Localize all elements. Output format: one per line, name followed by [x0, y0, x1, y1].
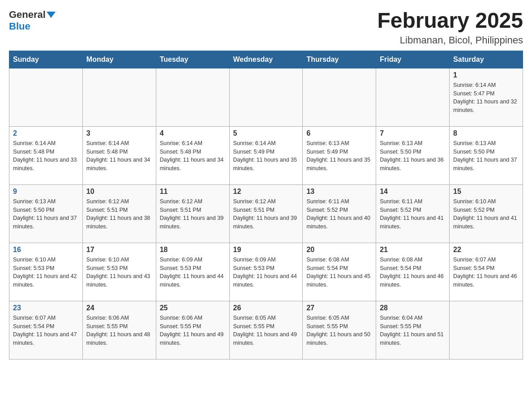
calendar-table: SundayMondayTuesdayWednesdayThursdayFrid… [9, 51, 523, 360]
calendar-cell [303, 68, 376, 126]
column-header-tuesday: Tuesday [156, 51, 229, 68]
day-number: 22 [453, 246, 519, 254]
day-number: 18 [160, 246, 226, 254]
column-header-wednesday: Wednesday [229, 51, 303, 68]
day-info: Sunrise: 6:14 AM Sunset: 5:49 PM Dayligh… [233, 139, 299, 173]
day-number: 10 [86, 188, 152, 196]
day-number: 19 [233, 246, 299, 254]
day-info: Sunrise: 6:05 AM Sunset: 5:55 PM Dayligh… [306, 314, 372, 347]
column-header-sunday: Sunday [9, 51, 83, 68]
calendar-cell: 9Sunrise: 6:13 AM Sunset: 5:50 PM Daylig… [9, 184, 83, 243]
calendar-week-5: 23Sunrise: 6:07 AM Sunset: 5:54 PM Dayli… [9, 301, 523, 359]
day-number: 9 [13, 188, 79, 196]
day-number: 12 [233, 188, 299, 196]
title-block: February 2025 Libmanan, Bicol, Philippin… [377, 9, 523, 46]
day-number: 13 [306, 188, 372, 196]
logo-triangle-icon [47, 12, 56, 18]
day-number: 3 [86, 129, 152, 137]
day-number: 17 [86, 246, 152, 254]
day-number: 1 [453, 71, 519, 79]
calendar-cell [229, 68, 303, 126]
day-info: Sunrise: 6:12 AM Sunset: 5:51 PM Dayligh… [233, 197, 299, 231]
day-number: 6 [306, 129, 372, 137]
calendar-week-2: 2Sunrise: 6:14 AM Sunset: 5:48 PM Daylig… [9, 126, 523, 184]
calendar-cell: 6Sunrise: 6:13 AM Sunset: 5:49 PM Daylig… [303, 126, 376, 184]
calendar-cell: 20Sunrise: 6:08 AM Sunset: 5:54 PM Dayli… [303, 243, 376, 301]
calendar-week-1: 1Sunrise: 6:14 AM Sunset: 5:47 PM Daylig… [9, 68, 523, 126]
calendar-cell: 19Sunrise: 6:09 AM Sunset: 5:53 PM Dayli… [229, 243, 303, 301]
page-header: General Blue February 2025 Libmanan, Bic… [9, 9, 523, 46]
calendar-cell: 26Sunrise: 6:05 AM Sunset: 5:55 PM Dayli… [229, 301, 303, 359]
day-number: 26 [233, 304, 299, 312]
day-number: 11 [160, 188, 226, 196]
day-number: 15 [453, 188, 519, 196]
day-info: Sunrise: 6:14 AM Sunset: 5:47 PM Dayligh… [453, 81, 519, 115]
day-info: Sunrise: 6:11 AM Sunset: 5:52 PM Dayligh… [380, 197, 446, 231]
day-info: Sunrise: 6:08 AM Sunset: 5:54 PM Dayligh… [380, 256, 446, 289]
calendar-cell [156, 68, 229, 126]
calendar-cell: 15Sunrise: 6:10 AM Sunset: 5:52 PM Dayli… [450, 184, 523, 243]
day-info: Sunrise: 6:09 AM Sunset: 5:53 PM Dayligh… [233, 256, 299, 289]
day-number: 27 [306, 304, 372, 312]
calendar-cell: 11Sunrise: 6:12 AM Sunset: 5:51 PM Dayli… [156, 184, 229, 243]
column-header-saturday: Saturday [450, 51, 523, 68]
day-info: Sunrise: 6:13 AM Sunset: 5:50 PM Dayligh… [380, 139, 446, 173]
calendar-cell: 7Sunrise: 6:13 AM Sunset: 5:50 PM Daylig… [376, 126, 450, 184]
column-header-monday: Monday [82, 51, 156, 68]
calendar-cell: 28Sunrise: 6:04 AM Sunset: 5:55 PM Dayli… [376, 301, 450, 359]
day-info: Sunrise: 6:06 AM Sunset: 5:55 PM Dayligh… [86, 314, 152, 347]
calendar-cell [82, 68, 156, 126]
day-info: Sunrise: 6:14 AM Sunset: 5:48 PM Dayligh… [160, 139, 226, 173]
day-info: Sunrise: 6:12 AM Sunset: 5:51 PM Dayligh… [86, 197, 152, 231]
logo: General Blue [9, 9, 56, 32]
day-info: Sunrise: 6:10 AM Sunset: 5:52 PM Dayligh… [453, 197, 519, 231]
day-number: 2 [13, 129, 79, 137]
calendar-cell: 1Sunrise: 6:14 AM Sunset: 5:47 PM Daylig… [450, 68, 523, 126]
calendar-cell: 21Sunrise: 6:08 AM Sunset: 5:54 PM Dayli… [376, 243, 450, 301]
day-number: 14 [380, 188, 446, 196]
day-info: Sunrise: 6:12 AM Sunset: 5:51 PM Dayligh… [160, 197, 226, 231]
calendar-cell: 3Sunrise: 6:14 AM Sunset: 5:48 PM Daylig… [82, 126, 156, 184]
calendar-cell: 22Sunrise: 6:07 AM Sunset: 5:54 PM Dayli… [450, 243, 523, 301]
calendar-week-3: 9Sunrise: 6:13 AM Sunset: 5:50 PM Daylig… [9, 184, 523, 243]
day-info: Sunrise: 6:07 AM Sunset: 5:54 PM Dayligh… [453, 256, 519, 289]
calendar-cell: 4Sunrise: 6:14 AM Sunset: 5:48 PM Daylig… [156, 126, 229, 184]
logo-blue-text: Blue [9, 21, 30, 32]
calendar-cell: 18Sunrise: 6:09 AM Sunset: 5:53 PM Dayli… [156, 243, 229, 301]
calendar-header-row: SundayMondayTuesdayWednesdayThursdayFrid… [9, 51, 523, 68]
day-info: Sunrise: 6:04 AM Sunset: 5:55 PM Dayligh… [380, 314, 446, 347]
calendar-cell: 24Sunrise: 6:06 AM Sunset: 5:55 PM Dayli… [82, 301, 156, 359]
day-info: Sunrise: 6:09 AM Sunset: 5:53 PM Dayligh… [160, 256, 226, 289]
day-info: Sunrise: 6:06 AM Sunset: 5:55 PM Dayligh… [160, 314, 226, 347]
calendar-cell: 10Sunrise: 6:12 AM Sunset: 5:51 PM Dayli… [82, 184, 156, 243]
day-number: 16 [13, 246, 79, 254]
day-number: 5 [233, 129, 299, 137]
day-number: 24 [86, 304, 152, 312]
day-number: 28 [380, 304, 446, 312]
calendar-cell: 5Sunrise: 6:14 AM Sunset: 5:49 PM Daylig… [229, 126, 303, 184]
day-number: 25 [160, 304, 226, 312]
column-header-thursday: Thursday [303, 51, 376, 68]
day-info: Sunrise: 6:13 AM Sunset: 5:49 PM Dayligh… [306, 139, 372, 173]
day-number: 7 [380, 129, 446, 137]
day-number: 20 [306, 246, 372, 254]
calendar-cell [9, 68, 83, 126]
day-info: Sunrise: 6:11 AM Sunset: 5:52 PM Dayligh… [306, 197, 372, 231]
day-info: Sunrise: 6:05 AM Sunset: 5:55 PM Dayligh… [233, 314, 299, 347]
calendar-cell [450, 301, 523, 359]
day-number: 4 [160, 129, 226, 137]
day-number: 8 [453, 129, 519, 137]
column-header-friday: Friday [376, 51, 450, 68]
month-title: February 2025 [377, 9, 523, 33]
day-info: Sunrise: 6:13 AM Sunset: 5:50 PM Dayligh… [13, 197, 79, 231]
calendar-cell [376, 68, 450, 126]
day-info: Sunrise: 6:10 AM Sunset: 5:53 PM Dayligh… [13, 256, 79, 289]
day-info: Sunrise: 6:13 AM Sunset: 5:50 PM Dayligh… [453, 139, 519, 173]
logo-general-text: General [9, 9, 46, 21]
calendar-cell: 25Sunrise: 6:06 AM Sunset: 5:55 PM Dayli… [156, 301, 229, 359]
calendar-cell: 12Sunrise: 6:12 AM Sunset: 5:51 PM Dayli… [229, 184, 303, 243]
day-info: Sunrise: 6:14 AM Sunset: 5:48 PM Dayligh… [13, 139, 79, 173]
calendar-cell: 13Sunrise: 6:11 AM Sunset: 5:52 PM Dayli… [303, 184, 376, 243]
calendar-cell: 27Sunrise: 6:05 AM Sunset: 5:55 PM Dayli… [303, 301, 376, 359]
day-number: 23 [13, 304, 79, 312]
